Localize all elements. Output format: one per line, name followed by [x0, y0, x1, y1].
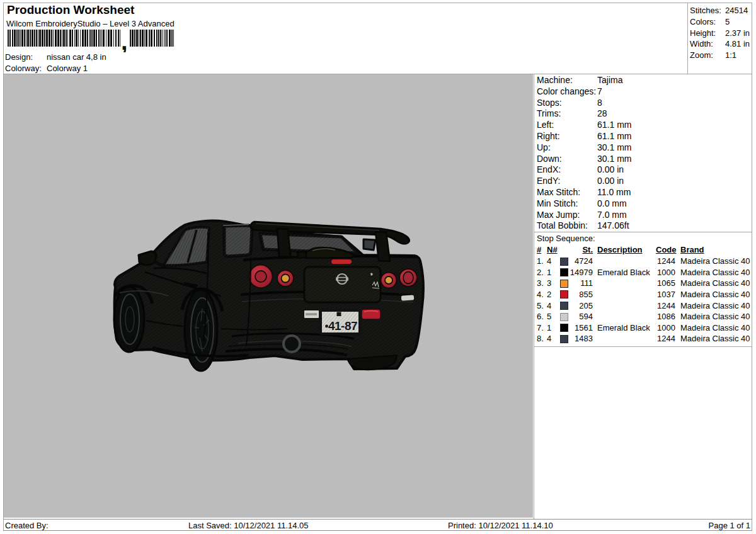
svg-text:41-87: 41-87 — [328, 319, 357, 332]
svg-text:,: , — [121, 30, 128, 52]
